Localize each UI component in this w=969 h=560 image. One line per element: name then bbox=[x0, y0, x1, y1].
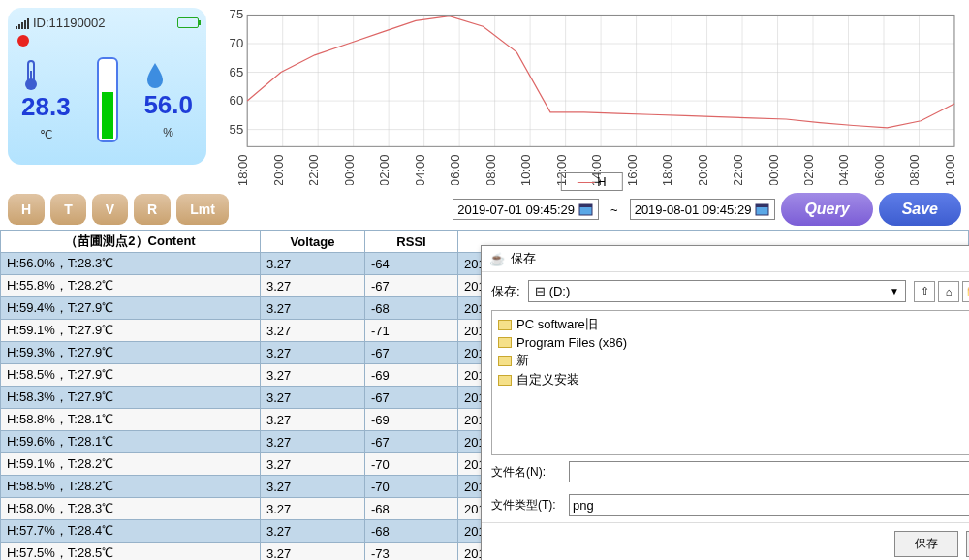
svg-text:00:00: 00:00 bbox=[342, 154, 357, 185]
svg-text:08:00: 08:00 bbox=[907, 154, 922, 185]
svg-text:22:00: 22:00 bbox=[731, 154, 745, 185]
sensor-card: ID:11190002 28.3 ℃ 56.0 % bbox=[8, 8, 206, 165]
th-voltage[interactable]: Voltage bbox=[261, 231, 365, 253]
java-icon: ☕ bbox=[489, 252, 505, 266]
th-content[interactable]: （苗圃测点2）Content bbox=[1, 231, 261, 253]
svg-rect-59 bbox=[756, 204, 768, 207]
svg-text:04:00: 04:00 bbox=[413, 154, 427, 185]
gauge-bar bbox=[97, 57, 118, 142]
query-button[interactable]: Query bbox=[781, 193, 872, 226]
h-button[interactable]: H bbox=[8, 194, 45, 225]
calendar-icon bbox=[755, 202, 770, 217]
svg-text:16:00: 16:00 bbox=[625, 154, 640, 185]
list-item[interactable]: PC software旧 bbox=[496, 315, 969, 334]
svg-rect-57 bbox=[579, 204, 592, 207]
svg-text:10:00: 10:00 bbox=[943, 154, 957, 185]
record-dot-icon bbox=[17, 35, 29, 47]
chart-legend: H bbox=[560, 172, 622, 191]
folder-icon bbox=[498, 320, 512, 330]
disk-icon: ⊟ bbox=[535, 284, 546, 298]
save-button[interactable]: Save bbox=[879, 193, 961, 226]
chart-area: 556065707518:0020:0022:0000:0002:0004:00… bbox=[214, 0, 969, 189]
date-from-input[interactable]: 2019-07-01 09:45:29 bbox=[453, 199, 599, 220]
svg-text:22:00: 22:00 bbox=[306, 154, 321, 185]
folder-list[interactable]: PC software旧Program Files (x86)新自定义安装 bbox=[491, 310, 969, 455]
filename-input[interactable] bbox=[569, 461, 969, 482]
svg-text:18:00: 18:00 bbox=[235, 154, 250, 185]
th-rssi[interactable]: RSSI bbox=[365, 231, 458, 253]
svg-text:20:00: 20:00 bbox=[271, 154, 286, 185]
filetype-select[interactable]: png▼ bbox=[569, 494, 969, 516]
svg-text:18:00: 18:00 bbox=[660, 154, 674, 185]
battery-icon bbox=[177, 17, 199, 28]
svg-text:02:00: 02:00 bbox=[377, 154, 391, 185]
temp-unit: ℃ bbox=[21, 128, 71, 141]
svg-text:70: 70 bbox=[230, 36, 244, 50]
drop-icon bbox=[143, 61, 193, 90]
humid-value: 56.0 bbox=[143, 90, 193, 120]
svg-text:65: 65 bbox=[230, 65, 244, 79]
folder-icon bbox=[498, 375, 512, 386]
date-to-input[interactable]: 2019-08-01 09:45:29 bbox=[630, 199, 776, 220]
folder-icon bbox=[498, 356, 512, 366]
list-item[interactable]: 自定义安装 bbox=[496, 370, 969, 389]
v-button[interactable]: V bbox=[92, 194, 128, 225]
calendar-icon bbox=[578, 202, 594, 217]
svg-text:55: 55 bbox=[230, 122, 244, 137]
save-dialog: ☕ 保存 ✕ 保存: ⊟ (D:)▼ ⇧ ⌂ 📁 ☷ ≡ PC software… bbox=[481, 245, 969, 560]
svg-text:75: 75 bbox=[230, 7, 244, 21]
list-item[interactable]: Program Files (x86) bbox=[496, 334, 969, 351]
svg-text:00:00: 00:00 bbox=[766, 154, 781, 185]
thermometer-icon bbox=[21, 59, 71, 92]
filetype-label: 文件类型(T): bbox=[491, 497, 561, 513]
location-label: 保存: bbox=[491, 283, 520, 300]
location-select[interactable]: ⊟ (D:)▼ bbox=[528, 280, 906, 302]
dialog-save-button[interactable]: 保存 bbox=[894, 531, 958, 557]
tilde-separator: ~ bbox=[605, 202, 624, 217]
up-folder-icon[interactable]: ⇧ bbox=[914, 281, 935, 302]
humid-unit: % bbox=[143, 126, 193, 140]
svg-text:20:00: 20:00 bbox=[696, 154, 710, 185]
svg-text:08:00: 08:00 bbox=[484, 154, 498, 185]
folder-icon bbox=[498, 337, 512, 348]
svg-text:04:00: 04:00 bbox=[837, 154, 852, 185]
dialog-title: 保存 bbox=[511, 250, 536, 267]
svg-text:06:00: 06:00 bbox=[448, 154, 462, 185]
filename-label: 文件名(N): bbox=[491, 464, 561, 481]
svg-text:06:00: 06:00 bbox=[872, 154, 887, 185]
sensor-id: ID:11190002 bbox=[33, 16, 105, 30]
lmt-button[interactable]: Lmt bbox=[176, 194, 229, 225]
signal-icon bbox=[16, 17, 29, 29]
svg-text:10:00: 10:00 bbox=[518, 154, 533, 185]
svg-rect-2 bbox=[30, 71, 32, 82]
temp-value: 28.3 bbox=[21, 92, 71, 122]
list-item[interactable]: 新 bbox=[496, 351, 969, 370]
r-button[interactable]: R bbox=[134, 194, 171, 225]
svg-text:60: 60 bbox=[230, 93, 244, 108]
new-folder-icon[interactable]: 📁 bbox=[962, 281, 969, 302]
svg-text:02:00: 02:00 bbox=[801, 154, 816, 185]
home-icon[interactable]: ⌂ bbox=[938, 281, 959, 302]
t-button[interactable]: T bbox=[50, 194, 86, 225]
